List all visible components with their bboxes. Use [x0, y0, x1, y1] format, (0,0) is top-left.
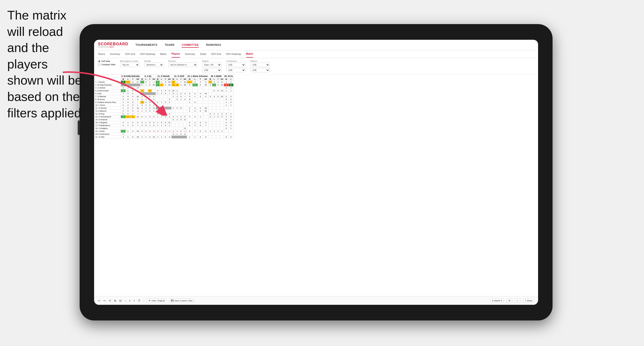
subnav-h2h-grid2[interactable]: H2H Grid	[211, 51, 221, 57]
division-select[interactable]: NCAA Division II	[168, 63, 197, 67]
redo-icon[interactable]: ↪	[103, 299, 106, 302]
players-label: Players	[250, 60, 270, 62]
subnav-h2h-heatmap[interactable]: H2H Heatmap	[140, 51, 155, 57]
save-custom-btn[interactable]: 💾 Save Custom View	[169, 299, 194, 303]
players-all-select[interactable]: (All)	[250, 68, 270, 72]
logo-powered: Powered by clippd	[98, 46, 128, 48]
expand-btn[interactable]: ⤢	[515, 299, 520, 303]
subnav-teams[interactable]: Teams	[98, 51, 105, 57]
division-label: Division	[168, 60, 197, 62]
wlt-w1: W	[121, 78, 126, 81]
conference-select[interactable]: (All)	[226, 63, 246, 67]
player-name: 6. A Dy	[94, 92, 121, 95]
table-row: 15. H Stranda 02011 01	[94, 118, 234, 121]
subnav-detail[interactable]: Detail	[200, 51, 206, 57]
view-options: Full View Compact View	[98, 60, 115, 66]
subnav-h2h-heatmap2[interactable]: H2H Heatmap	[226, 51, 241, 57]
app-content: SCOREBOARD Powered by clippd TOURNAMENTS…	[94, 40, 538, 305]
subnav-summary[interactable]: Summary	[110, 51, 120, 57]
player-name: 13. N Klug	[94, 113, 121, 115]
table-row: 13. N Klug 001-2 0103 0210 01	[94, 113, 234, 115]
full-view-radio[interactable]	[98, 60, 100, 62]
subnav-matrix2[interactable]: Matrix	[246, 51, 253, 58]
players-select[interactable]: (All)	[250, 63, 270, 67]
refresh-icon[interactable]: ↺	[108, 299, 111, 302]
table-row: 21. O Stoll 41019 11014 1109 1109 03	[94, 136, 234, 139]
minus-icon[interactable]: −	[124, 299, 126, 302]
player-name: 14. S Srichantamit	[94, 115, 121, 118]
table-row: 19. J Kanh 31019 400-20 310-31 210-13 01…	[94, 130, 234, 133]
player-name: 17. D Ballesteros	[94, 124, 121, 127]
subnav-matrix[interactable]: Matrix	[160, 51, 166, 57]
gender-label: Gender	[144, 60, 164, 62]
player-name: 12. A Bianchi	[94, 110, 121, 113]
conference-label: Conference	[226, 60, 246, 62]
annotation-text: The matrix will reload and the players s…	[7, 7, 84, 121]
view-original-btn[interactable]: 👁 View: Original	[147, 299, 166, 303]
player-name: 19. J Kanh	[94, 130, 121, 133]
max-players-filter: Max players in view Top 25	[120, 60, 140, 67]
conference-all-select[interactable]: (All)	[226, 68, 246, 72]
table-row: 6. A Dy 700- 120-4 0104 04024	[94, 92, 234, 95]
table-row: 20. E Andersson 2 0108	[94, 133, 234, 136]
col-header-schumac: 23. L Marie Schumac	[187, 75, 208, 78]
table-row: 2. M Kelly Mulcahy 07040 11050 10435 060…	[94, 84, 234, 86]
nav-tournaments[interactable]: TOURNAMENTS	[136, 42, 158, 48]
zoom-icon[interactable]: ⊕	[114, 299, 116, 302]
share-btn[interactable]: ⤴ Share	[523, 299, 534, 303]
players-filter: Players (All) (All)	[250, 60, 270, 72]
nav-items: TOURNAMENTS TEAMS COMMITTEE RANKINGS	[136, 42, 221, 48]
table-row: 16. K Mcgaha 2100 3100 10011 0103 00	[94, 121, 234, 124]
table-row: 18. J Hodgson 11 01	[94, 127, 234, 130]
full-view-option[interactable]: Full View	[98, 60, 115, 62]
col-header-woods: 11. G Woods	[156, 75, 172, 78]
region-filter: Region East - DII (All)	[202, 60, 222, 72]
tablet-screen: SCOREBOARD Powered by clippd TOURNAMENTS…	[94, 40, 538, 305]
nav-teams[interactable]: TEAMS	[164, 42, 174, 48]
view-icon[interactable]: ⊟	[119, 299, 122, 302]
settings-btn[interactable]: ⚙	[507, 299, 512, 303]
region-select[interactable]: East - DII	[202, 63, 222, 67]
toolbar-divider	[144, 299, 144, 303]
watch-btn[interactable]: ● Watch ▾	[490, 299, 504, 303]
gender-select[interactable]: Women's	[144, 63, 164, 67]
player-name: 16. K Mcgaha	[94, 121, 121, 124]
max-players-label: Max players in view	[120, 60, 140, 62]
clock-icon[interactable]: ⏱	[138, 299, 141, 302]
nav-committee[interactable]: COMMITTEE	[182, 42, 199, 48]
compact-view-radio[interactable]	[98, 63, 100, 66]
region-label: Region	[202, 60, 222, 62]
table-row: 7. O Mitchell 30018 2202 120-4 0104 0402…	[94, 95, 234, 98]
full-view-label: Full View	[101, 60, 110, 62]
sub-nav: Teams Summary H2H Grid H2H Heatmap Matri…	[94, 50, 538, 58]
gender-filter: Gender Women's	[144, 60, 164, 67]
player-name: 7. O Mitchell	[94, 95, 121, 98]
subnav-players[interactable]: Players	[172, 51, 180, 58]
top-nav: SCOREBOARD Powered by clippd TOURNAMENTS…	[94, 40, 538, 50]
save-icon: 💾	[171, 300, 174, 302]
player-name: 9. A Maria Jimenez Rios	[94, 101, 121, 104]
matrix-table: 2. M Kelly Mulcahy 6. A Dy 11. G Woods 2…	[94, 74, 234, 139]
subnav-summary2[interactable]: Summary	[185, 51, 195, 57]
conference-filter: Conference (All) (All)	[226, 60, 246, 72]
player-name: 11. G Woods	[94, 107, 121, 110]
share-label: Share	[527, 300, 532, 302]
undo-icon[interactable]: ↩	[98, 299, 100, 302]
max-players-select[interactable]: Top 25	[120, 63, 140, 67]
subnav-h2h-grid[interactable]: H2H Grid	[125, 51, 135, 57]
nav-rankings[interactable]: RANKINGS	[206, 42, 221, 48]
plus-icon[interactable]: +	[133, 299, 135, 302]
table-row: 3. S Jelinek 02017 01	[94, 86, 234, 89]
col-header-dy: 6. A Dy	[140, 75, 156, 78]
watch-label: Watch	[494, 300, 500, 302]
view-original-label: View: Original	[151, 300, 164, 302]
col-header-webb: 38. A Webb	[208, 75, 224, 78]
matrix-area[interactable]: 2. M Kelly Mulcahy 6. A Dy 11. G Woods 2…	[94, 74, 538, 296]
region-all-select[interactable]: (All)	[202, 68, 222, 72]
table-row: 8. M Torres 0010 2102 3 010 8 00	[94, 98, 234, 101]
filters-area: Full View Compact View Max players in vi…	[94, 58, 538, 74]
col-header-stoll: 21. O Stoll	[171, 75, 187, 78]
table-row: 11. G Woods 10014 14011 2017 24020	[94, 107, 234, 110]
player-name: 18. J Hodgson	[94, 127, 121, 130]
compact-view-option[interactable]: Compact View	[98, 63, 115, 66]
